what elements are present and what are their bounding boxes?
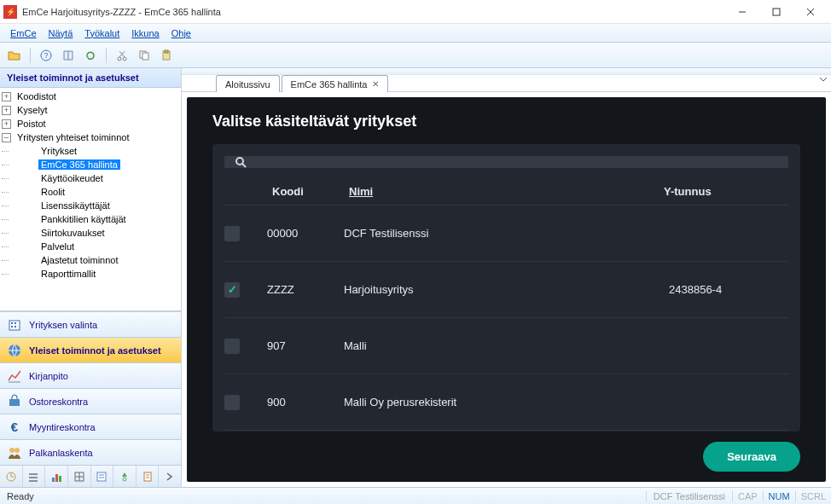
report-icon xyxy=(142,471,154,483)
col-name[interactable]: Nimi xyxy=(349,185,664,198)
svg-rect-38 xyxy=(97,472,106,481)
close-icon[interactable]: ✕ xyxy=(372,79,379,89)
copy-button[interactable] xyxy=(135,46,154,65)
nav-small-more[interactable] xyxy=(159,466,181,487)
row-checkbox[interactable] xyxy=(224,339,240,354)
nav-item-company[interactable]: Yrityksen valinta xyxy=(0,311,181,337)
minimize-button[interactable] xyxy=(725,2,759,22)
tree-node[interactable]: –Yritysten yhteiset toiminnot xyxy=(0,130,181,144)
note-icon xyxy=(96,471,108,483)
book-button[interactable] xyxy=(59,46,78,65)
tab-label: EmCe 365 hallinta xyxy=(291,79,368,90)
chart-icon xyxy=(7,368,22,384)
help-button[interactable]: ? xyxy=(37,46,55,65)
people-icon xyxy=(7,445,22,461)
tree-node[interactable]: +Poistot xyxy=(0,117,181,130)
tree-node[interactable]: Yritykset xyxy=(0,144,181,158)
nav-small-5[interactable] xyxy=(91,466,114,487)
recycle-icon xyxy=(119,471,131,483)
svg-rect-17 xyxy=(15,322,16,324)
tree-twisty[interactable]: – xyxy=(2,133,11,142)
menu-ikkuna[interactable]: Ikkuna xyxy=(126,26,164,40)
col-vat[interactable]: Y-tunnus xyxy=(664,185,783,198)
minimize-icon xyxy=(738,8,747,16)
tab[interactable]: Aloitussivu xyxy=(216,75,280,92)
tree-node[interactable]: Raporttimallit xyxy=(0,267,181,281)
table-row[interactable]: 900Malli Oy perusrekisterit xyxy=(224,374,788,431)
row-checkbox[interactable] xyxy=(224,282,240,298)
companies-table: Koodi Nimi Y-tunnus 00000DCF Testilisens… xyxy=(224,178,788,431)
status-license: DCF Testilisenssi xyxy=(646,491,732,501)
tree-node[interactable]: Roolit xyxy=(0,185,181,199)
nav-small-3[interactable] xyxy=(45,466,68,487)
tree-label: Raporttimallit xyxy=(38,269,98,279)
tree-node[interactable]: Käyttöoikeudet xyxy=(0,171,181,185)
tree-label: Yritysten yhteiset toiminnot xyxy=(15,132,131,142)
menu-tyokalut[interactable]: Työkalut xyxy=(79,26,125,40)
svg-rect-31 xyxy=(29,480,38,482)
table-row[interactable]: ZZZZHarjoitusyritys2438856-4 xyxy=(224,262,788,318)
tree-twisty xyxy=(26,215,35,224)
nav-item-people[interactable]: Palkanlaskenta xyxy=(0,439,181,465)
col-code[interactable]: Koodi xyxy=(272,185,349,198)
list-icon xyxy=(27,471,39,483)
status-cap: CAP xyxy=(732,491,763,501)
tree-twisty[interactable]: + xyxy=(2,119,11,129)
maximize-button[interactable] xyxy=(759,2,793,22)
row-checkbox[interactable] xyxy=(224,395,240,410)
folder-open-icon xyxy=(8,49,21,61)
cell-name: Harjoitusyritys xyxy=(344,283,669,296)
nav-label: Yrityksen valinta xyxy=(29,320,97,330)
nav-small-6[interactable] xyxy=(113,466,137,487)
menu-emce[interactable]: EmCe xyxy=(5,26,42,40)
cut-button[interactable] xyxy=(113,46,131,65)
svg-point-45 xyxy=(236,158,243,165)
nav-small-7[interactable] xyxy=(137,466,160,487)
cell-name: Malli xyxy=(344,339,669,352)
tab-more-button[interactable] xyxy=(819,75,828,85)
tab[interactable]: EmCe 365 hallinta✕ xyxy=(282,75,389,92)
nav-item-chart[interactable]: Kirjanpito xyxy=(0,362,181,388)
tree-twisty[interactable]: + xyxy=(2,106,11,115)
refresh-button[interactable] xyxy=(81,46,100,65)
tree-view[interactable]: +Koodistot+Kyselyt+Poistot–Yritysten yht… xyxy=(0,88,181,311)
nav-stack: Yrityksen valintaYleiset toiminnot ja as… xyxy=(0,311,181,465)
svg-point-7 xyxy=(118,57,121,61)
tree-node[interactable]: Ajastetut toiminnot xyxy=(0,253,181,267)
tree-node[interactable]: Pankkitilien käyttäjät xyxy=(0,212,181,226)
tree-node[interactable]: +Kyselyt xyxy=(0,103,181,117)
table-row[interactable]: 00000DCF Testilisenssi xyxy=(224,206,788,262)
nav-small-2[interactable] xyxy=(23,466,46,487)
nav-small-1[interactable] xyxy=(0,466,23,487)
close-button[interactable] xyxy=(793,2,828,22)
tree-label: Yritykset xyxy=(38,146,79,156)
tree-node[interactable]: Lisenssikäyttäjät xyxy=(0,199,181,212)
table-row[interactable]: 907Malli xyxy=(224,318,788,374)
svg-point-25 xyxy=(15,448,20,453)
menu-ohje[interactable]: Ohje xyxy=(166,26,196,40)
open-button[interactable] xyxy=(5,46,24,65)
nav-item-globe[interactable]: Yleiset toiminnot ja asetukset xyxy=(0,337,181,362)
tree-twisty[interactable]: + xyxy=(2,92,11,101)
nav-small-4[interactable] xyxy=(68,466,91,487)
company-icon xyxy=(7,317,22,333)
tree-node[interactable]: +Koodistot xyxy=(0,90,181,103)
tree-twisty xyxy=(26,229,35,238)
paste-button[interactable] xyxy=(157,46,176,65)
tree-node[interactable]: Siirtokuvaukset xyxy=(0,226,181,240)
app-icon: ⚡ xyxy=(3,5,17,19)
nav-item-euro[interactable]: €Myyntireskontra xyxy=(0,414,181,439)
separator xyxy=(30,48,31,63)
tree-node[interactable]: Palvelut xyxy=(0,240,181,253)
copy-icon xyxy=(138,49,150,61)
search-input[interactable] xyxy=(224,156,788,168)
menu-nayta[interactable]: Näytä xyxy=(44,26,78,40)
tree-node[interactable]: EmCe 365 hallinta xyxy=(0,158,181,171)
next-button[interactable]: Seuraava xyxy=(703,442,800,472)
bars-icon xyxy=(50,471,62,483)
tree-label: Ajastetut toiminnot xyxy=(38,255,121,265)
tree-label: Palvelut xyxy=(38,241,77,252)
nav-item-buy[interactable]: Ostoreskontra xyxy=(0,388,181,414)
separator xyxy=(106,48,107,63)
row-checkbox[interactable] xyxy=(224,226,240,241)
